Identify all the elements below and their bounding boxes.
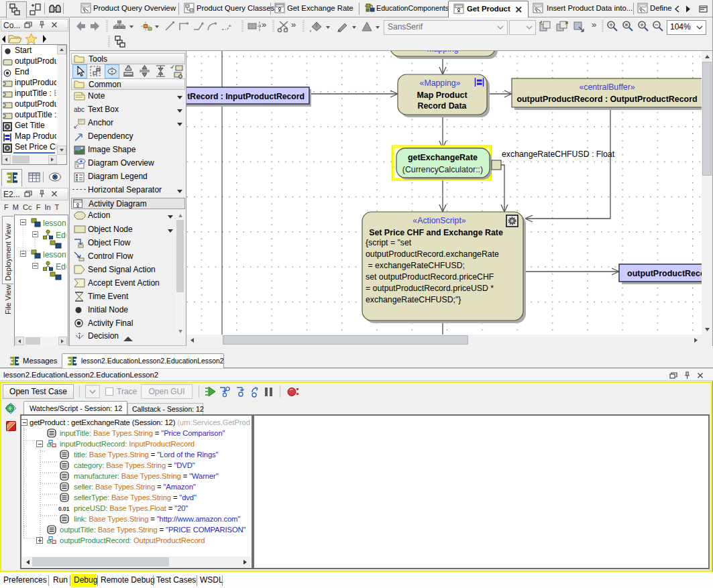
svg-text:«Mapping»: «Mapping» <box>423 51 463 54</box>
svg-text:Set Price CHF and Exchange Rat: Set Price CHF and Exchange Rate <box>369 228 503 237</box>
svg-text:outputProductReco: outputProductReco <box>627 269 702 278</box>
svg-text:= outputProductRecord.priceUSD: = outputProductRecord.priceUSD * <box>366 284 494 293</box>
svg-text:= exchangeRateCHFUSD;: = exchangeRateCHFUSD; <box>366 261 465 270</box>
svg-text:exchangeRateCHFUSD;"}: exchangeRateCHFUSD;"} <box>366 295 461 304</box>
svg-text:«centralBuffer»: «centralBuffer» <box>579 82 635 92</box>
svg-text:{script = "set: {script = "set <box>366 238 412 247</box>
svg-text:«Mapping»: «Mapping» <box>420 78 461 88</box>
svg-text:Record Data: Record Data <box>418 101 467 111</box>
svg-text:getExchangeRate: getExchangeRate <box>408 153 478 162</box>
svg-text:«ActionScript»: «ActionScript» <box>413 216 465 225</box>
svg-text:exchangeRateCHFUSD : Float: exchangeRateCHFUSD : Float <box>502 150 615 159</box>
svg-text:outputProductRecord.exchangeRa: outputProductRecord.exchangeRate <box>366 249 499 259</box>
svg-text:set outputProductRecord.priceC: set outputProductRecord.priceCHF <box>366 272 494 282</box>
svg-text:tRecord : InputProductRecord: tRecord : InputProductRecord <box>187 92 305 101</box>
svg-text:(CurrencyCalculator::): (CurrencyCalculator::) <box>402 165 483 174</box>
svg-text:Map Product: Map Product <box>417 91 467 100</box>
svg-text:outputProductRecord : OutputPr: outputProductRecord : OutputProductRecor… <box>516 95 697 104</box>
